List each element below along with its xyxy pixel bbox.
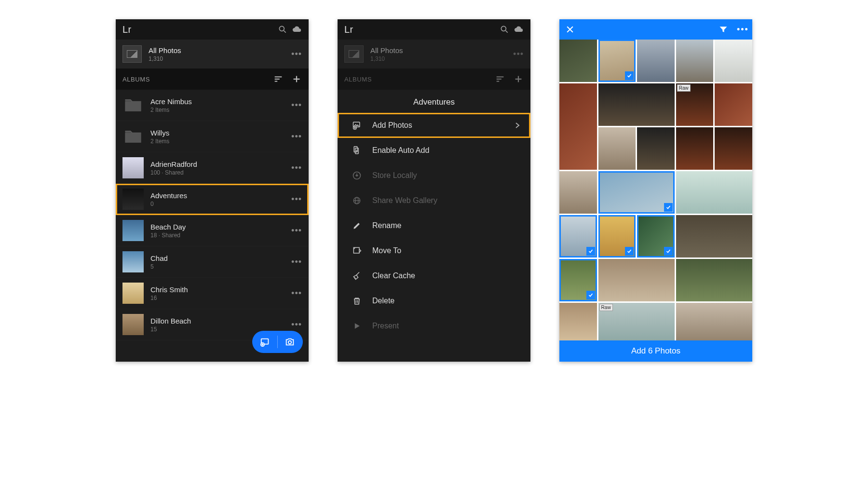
photo-tile[interactable] <box>598 83 675 126</box>
album-meta: 16 <box>150 295 285 301</box>
albums-label: ALBUMS <box>122 76 265 83</box>
more-icon[interactable]: ••• <box>291 288 302 298</box>
selected-check-icon <box>586 291 595 299</box>
album-row[interactable]: Chad5••• <box>116 246 309 278</box>
menu-item-store-locally[interactable]: Store Locally <box>338 163 530 188</box>
photo-tile[interactable] <box>559 171 597 214</box>
svg-rect-7 <box>125 102 141 111</box>
photo-tile[interactable] <box>715 127 752 170</box>
photo-tile[interactable]: Raw <box>598 303 675 340</box>
more-icon[interactable]: ••• <box>291 226 302 236</box>
menu-item-move-to[interactable]: Move To <box>338 238 530 263</box>
menu-item-present[interactable]: Present <box>338 313 530 339</box>
photo-tile[interactable] <box>637 127 675 170</box>
sort-icon[interactable] <box>273 74 284 84</box>
photo-tile[interactable] <box>598 171 675 214</box>
more-icon[interactable]: ••• <box>737 25 746 34</box>
album-name: Dillon Beach <box>150 317 285 325</box>
album-row[interactable]: Beach Day18 · Shared••• <box>116 215 309 246</box>
all-photos-title: All Photos <box>149 46 285 54</box>
svg-point-14 <box>501 26 506 31</box>
photo-tile[interactable] <box>676 215 752 258</box>
picker-topbar: ••• <box>559 19 752 40</box>
menu-item-delete[interactable]: Delete <box>338 288 530 313</box>
more-icon[interactable]: ••• <box>291 132 302 142</box>
app-logo: Lr <box>122 24 132 35</box>
more-icon[interactable]: ••• <box>291 257 302 267</box>
svg-line-15 <box>506 31 508 33</box>
more-icon: ••• <box>513 49 524 59</box>
album-thumb <box>122 157 144 178</box>
menu-label: Rename <box>372 221 520 230</box>
photo-tile[interactable] <box>676 171 752 214</box>
menu-item-add-photos[interactable]: Add Photos <box>338 113 530 138</box>
photo-tile[interactable] <box>598 259 675 301</box>
album-row[interactable]: Willys2 Items••• <box>116 121 309 152</box>
all-photos-row[interactable]: All Photos 1,310 ••• <box>116 40 309 68</box>
photo-tile[interactable] <box>676 127 714 170</box>
more-icon[interactable]: ••• <box>291 194 302 204</box>
menu-item-rename[interactable]: Rename <box>338 213 530 238</box>
album-thumb <box>122 283 144 304</box>
photo-tile[interactable] <box>559 40 597 82</box>
more-icon[interactable]: ••• <box>291 320 302 330</box>
folder-icon <box>122 126 144 147</box>
photo-tile[interactable] <box>676 259 752 301</box>
photo-tile[interactable] <box>598 127 636 170</box>
more-icon[interactable]: ••• <box>291 163 302 173</box>
album-name: AdrienRadford <box>150 160 285 168</box>
more-icon[interactable]: ••• <box>291 49 302 59</box>
all-photos-count: 1,310 <box>149 55 285 62</box>
add-photos-button[interactable]: Add 6 Photos <box>559 340 752 362</box>
album-list: Acre Nimbus2 Items•••Willys2 Items•••Adr… <box>116 90 309 362</box>
photo-tile[interactable] <box>559 83 597 170</box>
photo-tile[interactable] <box>598 40 636 82</box>
raw-badge: Raw <box>599 304 613 311</box>
menu-item-enable-auto-add[interactable]: Enable Auto Add <box>338 138 530 163</box>
cloud-icon[interactable] <box>514 25 524 34</box>
album-menu: Add PhotosEnable Auto AddStore LocallySh… <box>338 113 530 362</box>
close-icon[interactable] <box>565 25 575 34</box>
svg-line-1 <box>284 31 286 33</box>
album-meta: 2 Items <box>150 138 285 145</box>
svg-point-13 <box>288 341 291 344</box>
photo-tile[interactable] <box>637 40 675 82</box>
album-thumb <box>122 251 144 272</box>
album-name: Adventures <box>150 191 285 200</box>
photo-tile[interactable] <box>559 259 597 301</box>
fab-add-capture[interactable] <box>252 331 303 353</box>
album-name: Willys <box>150 129 285 137</box>
album-thumb <box>122 314 144 335</box>
menu-item-share-web-gallery[interactable]: Share Web Gallery <box>338 188 530 213</box>
albums-header: ALBUMS <box>116 68 309 90</box>
photo-tile[interactable] <box>676 303 752 340</box>
photo-tile[interactable] <box>637 215 675 258</box>
album-row[interactable]: Adventures0••• <box>116 184 309 215</box>
album-row[interactable]: Chris Smith16••• <box>116 278 309 309</box>
selected-check-icon <box>586 247 595 256</box>
photo-tile[interactable]: Raw <box>676 83 714 126</box>
search-icon[interactable] <box>500 25 509 34</box>
menu-item-clear-cache[interactable]: Clear Cache <box>338 263 530 288</box>
photo-tile[interactable] <box>715 83 752 126</box>
photo-tile[interactable] <box>676 40 714 82</box>
album-row[interactable]: Acre Nimbus2 Items••• <box>116 90 309 121</box>
cloud-icon[interactable] <box>292 25 302 34</box>
album-name: Beach Day <box>150 223 285 231</box>
more-icon[interactable]: ••• <box>291 100 302 110</box>
all-photos-row: All Photos 1,310 ••• <box>338 40 530 68</box>
add-album-icon[interactable] <box>291 74 302 84</box>
photo-tile[interactable] <box>715 40 752 82</box>
search-icon[interactable] <box>278 25 287 34</box>
photo-tile[interactable] <box>559 215 597 258</box>
selected-check-icon <box>625 71 634 80</box>
screen-album-menu: Lr All Photos 1,310 ••• ALBUMS Adventure… <box>338 19 530 362</box>
photo-tile[interactable] <box>559 303 597 340</box>
album-name: Chad <box>150 254 285 262</box>
photo-tile[interactable] <box>598 215 636 258</box>
menu-label: Move To <box>372 246 520 255</box>
camera-icon <box>285 337 295 347</box>
filter-icon[interactable] <box>719 25 728 34</box>
screen-photo-picker: ••• RawRaw Add 6 Photos <box>559 19 752 362</box>
album-row[interactable]: AdrienRadford100 · Shared••• <box>116 152 309 184</box>
